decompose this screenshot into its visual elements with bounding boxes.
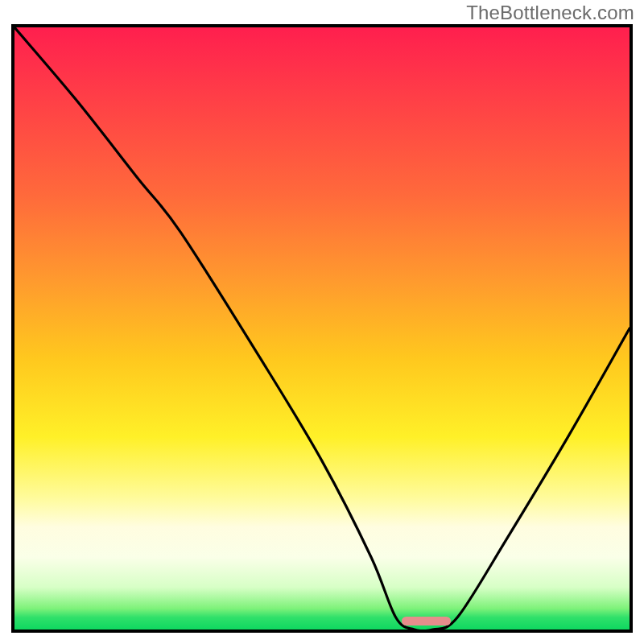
plot-area <box>11 24 633 633</box>
optimal-range-marker <box>402 617 451 625</box>
chart-frame: TheBottleneck.com <box>0 0 644 644</box>
bottleneck-curve-path <box>14 27 630 630</box>
curve-layer <box>14 27 630 630</box>
watermark-text: TheBottleneck.com <box>466 2 634 24</box>
